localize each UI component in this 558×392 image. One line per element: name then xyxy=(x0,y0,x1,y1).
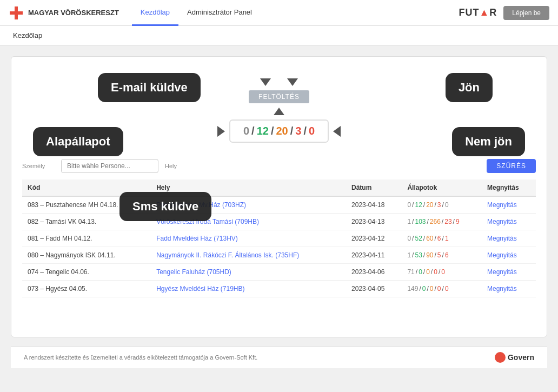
cell-datum: 2023-04-13 xyxy=(346,214,402,230)
cell-megnyitas[interactable]: Megnyitás xyxy=(482,281,536,297)
main-nav: Kezdőlap Adminisztrátor Panel xyxy=(132,0,446,26)
cell-allapot: 1 / 103 / 266 / 23 / 9 xyxy=(402,214,482,230)
breadcrumb: Kezdőlap xyxy=(0,26,558,45)
nav-adminisztrator[interactable]: Adminisztrátor Panel xyxy=(178,0,261,26)
logo-text: MAGYAR VÖRÖSKERESZT xyxy=(28,9,119,17)
arrow-left xyxy=(333,126,341,137)
counter-sep-2: / xyxy=(271,125,274,137)
red-cross-icon xyxy=(9,5,24,21)
top-arrows xyxy=(260,78,298,86)
counter-val-0: 0 xyxy=(243,125,249,137)
table-row: 083 – Pusztahencse MH 04.18.Pusztahencse… xyxy=(22,196,536,214)
header: MAGYAR VÖRÖSKERESZT Kezdőlap Adminisztrá… xyxy=(0,0,558,26)
logo: MAGYAR VÖRÖSKERESZT xyxy=(9,5,119,21)
cell-datum: 2023-04-11 xyxy=(346,247,402,264)
counter-row: 0 / 12 / 20 / 3 / 0 xyxy=(217,119,341,143)
table-row: 081 – Fadd MH 04.12.Fadd Mveldési Ház (7… xyxy=(22,230,536,247)
table-body: 083 – Pusztahencse MH 04.18.Pusztahencse… xyxy=(22,196,536,297)
arrow-up xyxy=(274,108,284,115)
counter-val-20: 20 xyxy=(276,125,288,137)
counter-sep-4: / xyxy=(303,125,307,137)
col-megnyitas: Megnyitás xyxy=(482,180,536,196)
col-datum: Dátum xyxy=(346,180,402,196)
cell-datum: 2023-04-18 xyxy=(346,196,402,214)
cell-hely: Hgyész Mveldési Ház (719HB) xyxy=(151,281,346,297)
table-row: 074 – Tengelic 04.06.Tengelic Faluház (7… xyxy=(22,264,536,281)
cell-hely: Nagymányok II. Rákóczi F. Általános Isk.… xyxy=(151,247,346,264)
inner-panel: E-mail küldve Jön Alapállapot Nem jön Sm… xyxy=(11,56,547,337)
main-content: E-mail küldve Jön Alapállapot Nem jön Sm… xyxy=(0,45,558,379)
cell-megnyitas[interactable]: Megnyitás xyxy=(482,247,536,264)
szemely-label: Személy xyxy=(22,163,55,169)
cell-kod: 074 – Tengelic 04.06. xyxy=(22,264,151,281)
callout-nem-jon: Nem jön xyxy=(452,127,525,156)
govern-brand: Govern xyxy=(508,353,534,362)
callout-alapallapot: Alapállapot xyxy=(33,127,123,156)
table-row: 080 – Nagymányok ISK 04.11.Nagymányok II… xyxy=(22,247,536,264)
counter-val-12: 12 xyxy=(257,125,269,137)
cell-allapot: 1 / 53 / 90 / 5 / 6 xyxy=(402,247,482,264)
arrow-down-right xyxy=(287,78,298,86)
callout-sms-kuldve: Sms küldve xyxy=(119,192,211,221)
nav-kezdolap[interactable]: Kezdőlap xyxy=(132,0,178,26)
feltoltes-button[interactable]: FELTÖLTÉS xyxy=(249,90,309,103)
counter-sep-1: / xyxy=(251,125,255,137)
cell-megnyitas[interactable]: Megnyitás xyxy=(482,264,536,281)
cell-datum: 2023-04-12 xyxy=(346,230,402,247)
cell-megnyitas[interactable]: Megnyitás xyxy=(482,196,536,214)
col-allapotok: Állapotok xyxy=(402,180,482,196)
futar-logo: FUT▲R xyxy=(459,7,497,18)
cell-allapot: 0 / 52 / 60 / 6 / 1 xyxy=(402,230,482,247)
cell-datum: 2023-04-05 xyxy=(346,281,402,297)
upload-row: FELTÖLTÉS xyxy=(249,90,309,103)
table-header: Kód Hely Dátum Állapotok Megnyitás xyxy=(22,180,536,196)
cell-hely: Tengelic Faluház (705HD) xyxy=(151,264,346,281)
counter-val-last: 0 xyxy=(309,125,315,137)
login-button[interactable]: Lépjen be xyxy=(503,6,549,20)
cell-datum: 2023-04-06 xyxy=(346,264,402,281)
callout-jon: Jön xyxy=(446,73,493,102)
footer-text: A rendszert készítette és üzemelteti a v… xyxy=(24,354,257,361)
cell-megnyitas[interactable]: Megnyitás xyxy=(482,214,536,230)
cell-hely: Fadd Mveldési Ház (713HV) xyxy=(151,230,346,247)
header-right: FUT▲R Lépjen be xyxy=(459,6,549,20)
cell-kod: 080 – Nagymányok ISK 04.11. xyxy=(22,247,151,264)
counter-val-3: 3 xyxy=(295,125,301,137)
govern-logo: Govern xyxy=(495,352,534,363)
filter-section: Személy Hely SZŰRÉS xyxy=(22,159,536,173)
szures-button[interactable]: SZŰRÉS xyxy=(487,159,536,173)
arrow-down-left xyxy=(260,78,271,86)
cell-megnyitas[interactable]: Megnyitás xyxy=(482,230,536,247)
status-counter: 0 / 12 / 20 / 3 / 0 xyxy=(229,119,329,143)
table-row: 082 – Tamási VK 04.13.Vöröskereszt Iroda… xyxy=(22,214,536,230)
cell-kod: 073 – Hgyész 04.05. xyxy=(22,281,151,297)
events-table: Kód Hely Dátum Állapotok Megnyitás 083 –… xyxy=(22,180,536,297)
cell-allapot: 149 / 0 / 0 / 0 / 0 xyxy=(402,281,482,297)
cell-allapot: 0 / 12 / 20 / 3 / 0 xyxy=(402,196,482,214)
svg-rect-1 xyxy=(10,11,23,15)
footer: A rendszert készítette és üzemelteti a v… xyxy=(11,346,547,368)
cell-allapot: 71 / 0 / 0 / 0 / 0 xyxy=(402,264,482,281)
govern-circle-icon xyxy=(495,352,506,363)
callout-email-kuldve: E-mail küldve xyxy=(98,73,201,102)
top-arrows-up xyxy=(274,108,284,115)
cell-kod: 081 – Fadd MH 04.12. xyxy=(22,230,151,247)
arrow-right xyxy=(217,126,225,137)
counter-sep-3: / xyxy=(290,125,294,137)
table-row: 073 – Hgyész 04.05.Hgyész Mveldési Ház (… xyxy=(22,281,536,297)
hely-label: Hely xyxy=(165,163,197,169)
szemely-input[interactable] xyxy=(61,159,158,173)
